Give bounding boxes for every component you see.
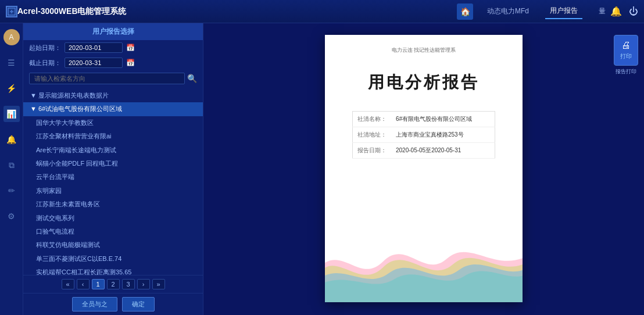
sidebar-icon-chart[interactable]: 📊 [3, 106, 20, 122]
nav-item-measure[interactable]: 量 [594, 4, 610, 19]
tree-item-1[interactable]: ▼ 6#试油电气股份有限公司区域 [23, 102, 203, 116]
logo-icon [6, 6, 17, 17]
sidebar-icon-lightning[interactable]: ⚡ [3, 80, 20, 96]
right-content: 电力云连 找记性达能管理系 用电分析报告 社清名称： 6#有限电气股份有限公司区… [203, 23, 644, 315]
tree-item-7[interactable]: 东明家园 [23, 184, 203, 198]
tree-item-label-7: 东明家园 [30, 187, 62, 195]
tree-item-2[interactable]: 国华大学大学教数区 [23, 116, 203, 130]
tree-item-label-4: Are长宁南端长途端电力测试 [30, 146, 116, 155]
sidebar-icon-edit[interactable]: ✏ [3, 182, 20, 199]
confirm-button[interactable]: 确定 [122, 297, 155, 312]
pagination-page-3[interactable]: 3 [122, 279, 135, 289]
end-date-calendar-icon[interactable]: 📅 [126, 59, 135, 67]
start-date-input[interactable] [65, 42, 123, 53]
tree-item-3[interactable]: 江苏全聚材料营营业有限ai [23, 130, 203, 143]
printer-icon: 🖨 [621, 40, 631, 51]
search-input[interactable] [29, 73, 185, 84]
tree-item-label-2: 国华大学大学教数区 [30, 119, 94, 127]
info-value-2: 2020-05-05至2020-05-31 [391, 143, 495, 159]
pagination-page-2[interactable]: 2 [107, 279, 120, 289]
search-button[interactable]: 🔍 [187, 74, 197, 83]
sidebar-icon-menu[interactable]: ☰ [3, 55, 20, 71]
tree-item-10[interactable]: 口验气电流程 [23, 225, 203, 238]
table-row: 报告日期： 2020-05-05至2020-05-31 [353, 143, 495, 159]
info-label-0: 社清名称： [353, 112, 392, 127]
tree-item-0[interactable]: ▼ 显示能源相关电表数据片 [23, 89, 203, 102]
tree-item-label-12: 单三面不菱测试区C以EB.E.74 [30, 255, 121, 263]
print-sublabel: 报告打印 [616, 68, 636, 76]
tree-item-label-13: 实机端帮CC相工程长距离测35.65 [30, 268, 131, 275]
sidebar-icon-layers[interactable]: ⧉ [3, 157, 20, 173]
panel-actions: 全员与之 确定 [23, 293, 203, 315]
info-label-2: 报告日期： [353, 143, 392, 159]
tree-item-8[interactable]: 江苏新生未素置电务区 [23, 198, 203, 211]
user-avatar[interactable]: A [3, 29, 20, 45]
start-date-row: 起始日期： 📅 [23, 40, 203, 55]
start-date-calendar-icon[interactable]: 📅 [126, 44, 135, 52]
tree-item-13[interactable]: 实机端帮CC相工程长距离测35.65 [23, 266, 203, 275]
pagination-next[interactable]: › [137, 279, 150, 289]
power-icon[interactable]: ⏻ [629, 6, 638, 17]
nav-item-dynamic[interactable]: 动态电力MFd [482, 4, 534, 19]
info-value-0: 6#有限电气股份有限公司区域 [391, 112, 495, 127]
print-overlay: 🖨 打印 报告打印 [614, 35, 638, 76]
report-container: 电力云连 找记性达能管理系 用电分析报告 社清名称： 6#有限电气股份有限公司区… [203, 23, 644, 315]
info-label-1: 社清地址： [353, 127, 392, 143]
tree-item-5[interactable]: 蜗猫小全能PDLF 回程电工程 [23, 157, 203, 170]
report-wave-decoration [325, 232, 523, 302]
end-date-input[interactable] [65, 58, 123, 68]
main-area: A ☰ ⚡ 📊 🔔 ⧉ ✏ ⚙ 用户报告选择 起始日期： 📅 截止日期： 📅 🔍… [0, 23, 644, 315]
tree-item-label-0: ▼ 显示能源相关电表数据片 [30, 91, 109, 100]
left-panel: 用户报告选择 起始日期： 📅 截止日期： 📅 🔍 ▼ 显示能源相关电表数据片 ▼… [23, 23, 203, 315]
start-date-label: 起始日期： [29, 44, 61, 52]
nav-item-user-report[interactable]: 用户报告 [545, 3, 582, 19]
report-page: 电力云连 找记性达能管理系 用电分析报告 社清名称： 6#有限电气股份有限公司区… [325, 35, 523, 302]
tree-item-label-3: 江苏全聚材料营营业有限ai [30, 132, 112, 141]
end-date-row: 截止日期： 📅 [23, 55, 203, 70]
sidebar-icon-bell[interactable]: 🔔 [3, 131, 20, 148]
topbar: Acrel-3000WEB电能管理系统 🏠 动态电力MFd 用户报告 量 🔔 ⏻ [0, 0, 644, 23]
table-row: 社清名称： 6#有限电气股份有限公司区域 [353, 112, 495, 127]
tree-item-12[interactable]: 单三面不菱测试区C以EB.E.74 [23, 252, 203, 266]
end-date-label: 截止日期： [29, 59, 61, 67]
tree-item-label-6: 云平台流平端 [30, 173, 74, 181]
tree-item-6[interactable]: 云平台流平端 [23, 170, 203, 184]
pagination-first[interactable]: « [62, 279, 74, 289]
search-row: 🔍 [23, 70, 203, 87]
sidebar-icons: A ☰ ⚡ 📊 🔔 ⧉ ✏ ⚙ [0, 23, 23, 315]
select-all-button[interactable]: 全员与之 [72, 297, 117, 312]
panel-title: 用户报告选择 [23, 23, 203, 40]
top-nav: 动态电力MFd 用户报告 量 [482, 3, 610, 19]
tree-item-label-9: 测试交电系列 [30, 214, 74, 223]
print-button[interactable]: 🖨 打印 [614, 35, 638, 66]
table-row: 社清地址： 上海市商业宝真楼路253号 [353, 127, 495, 143]
pagination: « ‹ 1 2 3 › » [23, 275, 203, 293]
sidebar-icon-settings[interactable]: ⚙ [3, 208, 20, 224]
tree-item-label-1: ▼ 6#试油电气股份有限公司区域 [30, 105, 122, 113]
home-icon: 🏠 [460, 7, 470, 16]
report-header: 电力云连 找记性达能管理系 [337, 46, 511, 54]
tree-item-11[interactable]: 科联艾仿电能极端测试 [23, 238, 203, 252]
report-title: 用电分析报告 [337, 71, 511, 94]
home-button[interactable]: 🏠 [457, 3, 473, 20]
info-value-1: 上海市商业宝真楼路253号 [391, 127, 495, 143]
app-title: Acrel-3000WEB电能管理系统 [17, 6, 457, 17]
report-info-table: 社清名称： 6#有限电气股份有限公司区域 社清地址： 上海市商业宝真楼路253号… [352, 111, 495, 159]
tree-item-9[interactable]: 测试交电系列 [23, 212, 203, 225]
tree-list: ▼ 显示能源相关电表数据片 ▼ 6#试油电气股份有限公司区域 国华大学大学教数区… [23, 87, 203, 275]
topbar-right: 🔔 ⏻ [610, 6, 638, 17]
pagination-prev[interactable]: ‹ [77, 279, 90, 289]
pagination-page-1[interactable]: 1 [92, 279, 105, 289]
tree-item-label-11: 科联艾仿电能极端测试 [30, 241, 100, 249]
tree-item-label-10: 口验气电流程 [30, 227, 74, 236]
pagination-last[interactable]: » [152, 279, 165, 289]
alarm-icon[interactable]: 🔔 [610, 6, 622, 17]
tree-item-label-8: 江苏新生未素置电务区 [30, 200, 100, 209]
tree-item-4[interactable]: Are长宁南端长途端电力测试 [23, 144, 203, 157]
tree-item-label-5: 蜗猫小全能PDLF 回程电工程 [30, 159, 118, 168]
print-label: 打印 [620, 52, 632, 60]
